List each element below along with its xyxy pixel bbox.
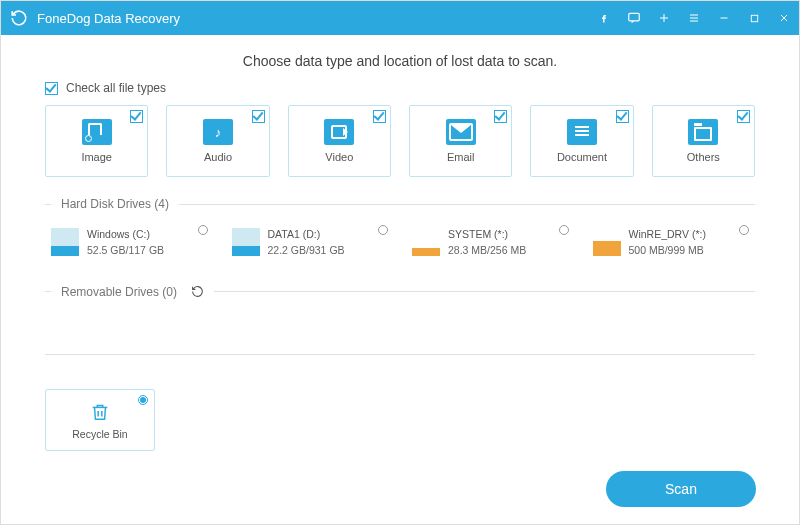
- drive-size: 22.2 GB/931 GB: [268, 243, 345, 259]
- check-all-row[interactable]: Check all file types: [45, 81, 755, 95]
- recycle-bin-card[interactable]: Recycle Bin: [45, 389, 155, 451]
- drive-size: 52.5 GB/117 GB: [87, 243, 164, 259]
- svg-rect-0: [629, 13, 640, 21]
- audio-icon: [203, 119, 233, 145]
- drive-name: WinRE_DRV (*:): [629, 227, 706, 243]
- type-checkbox[interactable]: [130, 110, 143, 123]
- type-label: Image: [81, 151, 112, 163]
- drive-icon: [412, 228, 440, 256]
- type-checkbox[interactable]: [373, 110, 386, 123]
- drive-radio[interactable]: [739, 225, 749, 235]
- drive-name: Windows (C:): [87, 227, 164, 243]
- email-icon: [446, 119, 476, 145]
- removable-drives-section: Removable Drives (0): [45, 285, 755, 355]
- type-checkbox[interactable]: [252, 110, 265, 123]
- recycle-label: Recycle Bin: [72, 428, 127, 440]
- video-icon: [324, 119, 354, 145]
- type-card-video[interactable]: Video: [288, 105, 391, 177]
- page-heading: Choose data type and location of lost da…: [45, 53, 755, 69]
- hard-drives-label: Hard Disk Drives (4): [61, 197, 169, 211]
- folder-icon: [688, 119, 718, 145]
- drive-size: 28.3 MB/256 MB: [448, 243, 526, 259]
- type-card-others[interactable]: Others: [652, 105, 755, 177]
- scan-button[interactable]: Scan: [606, 471, 756, 507]
- drive-name: SYSTEM (*:): [448, 227, 526, 243]
- svg-rect-1: [751, 15, 757, 21]
- type-label: Document: [557, 151, 607, 163]
- drive-name: DATA1 (D:): [268, 227, 345, 243]
- minimize-icon[interactable]: [717, 11, 731, 25]
- type-card-image[interactable]: Image: [45, 105, 148, 177]
- check-all-checkbox[interactable]: [45, 82, 58, 95]
- drive-radio[interactable]: [559, 225, 569, 235]
- drive-icon: [232, 228, 260, 256]
- type-label: Video: [325, 151, 353, 163]
- refresh-icon[interactable]: [191, 285, 204, 298]
- type-card-audio[interactable]: Audio: [166, 105, 269, 177]
- type-checkbox[interactable]: [737, 110, 750, 123]
- drive-system[interactable]: SYSTEM (*:) 28.3 MB/256 MB: [412, 225, 569, 259]
- app-logo-icon: [9, 8, 29, 28]
- type-checkbox[interactable]: [616, 110, 629, 123]
- feedback-icon[interactable]: [627, 11, 641, 25]
- plus-icon[interactable]: [657, 11, 671, 25]
- type-label: Others: [687, 151, 720, 163]
- drive-icon: [593, 228, 621, 256]
- app-title: FoneDog Data Recovery: [37, 11, 597, 26]
- image-icon: [82, 119, 112, 145]
- type-label: Email: [447, 151, 475, 163]
- drive-c[interactable]: Windows (C:) 52.5 GB/117 GB: [51, 225, 208, 259]
- document-icon: [567, 119, 597, 145]
- title-bar: FoneDog Data Recovery: [1, 1, 799, 35]
- trash-icon: [89, 400, 111, 424]
- drive-radio[interactable]: [198, 225, 208, 235]
- type-label: Audio: [204, 151, 232, 163]
- recycle-radio-selected[interactable]: [138, 395, 148, 405]
- type-card-email[interactable]: Email: [409, 105, 512, 177]
- menu-icon[interactable]: [687, 11, 701, 25]
- drive-winre[interactable]: WinRE_DRV (*:) 500 MB/999 MB: [593, 225, 750, 259]
- close-icon[interactable]: [777, 11, 791, 25]
- facebook-icon[interactable]: [597, 11, 611, 25]
- drive-radio[interactable]: [378, 225, 388, 235]
- file-types-row: Image Audio Video Email Document Others: [45, 105, 755, 177]
- hard-drives-section: Hard Disk Drives (4) Windows (C:) 52.5 G…: [45, 197, 755, 265]
- drive-size: 500 MB/999 MB: [629, 243, 706, 259]
- maximize-icon[interactable]: [747, 11, 761, 25]
- type-card-document[interactable]: Document: [530, 105, 633, 177]
- check-all-label: Check all file types: [66, 81, 166, 95]
- type-checkbox[interactable]: [494, 110, 507, 123]
- drive-d[interactable]: DATA1 (D:) 22.2 GB/931 GB: [232, 225, 389, 259]
- removable-drives-label: Removable Drives (0): [61, 285, 177, 299]
- drive-icon: [51, 228, 79, 256]
